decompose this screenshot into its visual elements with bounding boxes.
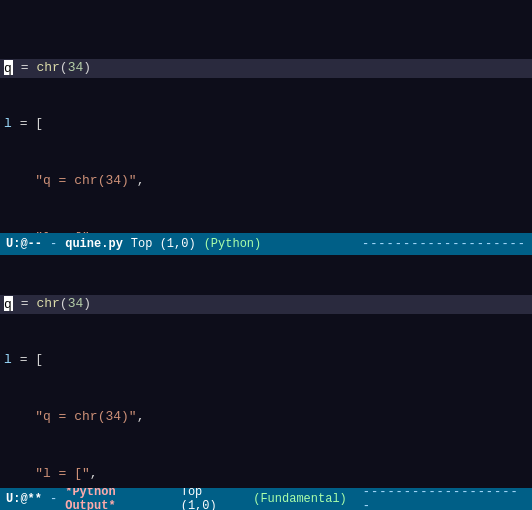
code-line: l = [ (0, 351, 532, 370)
top-code-area[interactable]: q = chr(34) l = [ "q = chr(34)", "l = ["… (0, 0, 532, 233)
code-line: q = chr(34) (0, 59, 532, 78)
bottom-status-position: Top (1,0) (181, 485, 245, 510)
status-dashes-top: -------------------- (362, 237, 526, 251)
status-type: (Python) (204, 237, 262, 251)
code-line: "l = [", (0, 465, 532, 484)
bottom-status-bar: U:@** - *Python Output* Top (1,0) (Funda… (0, 488, 532, 510)
top-pane: q = chr(34) l = [ "q = chr(34)", "l = ["… (0, 0, 532, 233)
bottom-status-filename: *Python Output* (65, 485, 172, 510)
bottom-pane: q = chr(34) l = [ "q = chr(34)", "l = ["… (0, 255, 532, 488)
code-line: "q = chr(34)", (0, 172, 532, 191)
bottom-status-sep: - (50, 492, 57, 506)
bottom-status-mode: U:@** (6, 492, 42, 506)
cursor-bottom: q (4, 296, 13, 311)
cursor: q (4, 60, 13, 75)
editor-container: q = chr(34) l = [ "q = chr(34)", "l = ["… (0, 0, 532, 510)
status-position: Top (1,0) (131, 237, 196, 251)
status-filename: quine.py (65, 237, 123, 251)
code-line: "q = chr(34)", (0, 408, 532, 427)
code-line: "l = [", (0, 229, 532, 233)
top-status-bar: U:@-- - quine.py Top (1,0) (Python) ----… (0, 233, 532, 255)
status-mode: U:@-- (6, 237, 42, 251)
bottom-status-type: (Fundamental) (253, 492, 347, 506)
code-line: l = [ (0, 115, 532, 134)
status-sep: - (50, 237, 57, 251)
code-line: q = chr(34) (0, 295, 532, 314)
status-dashes-bottom: -------------------- (363, 485, 526, 510)
bottom-code-area[interactable]: q = chr(34) l = [ "q = chr(34)", "l = ["… (0, 255, 532, 488)
